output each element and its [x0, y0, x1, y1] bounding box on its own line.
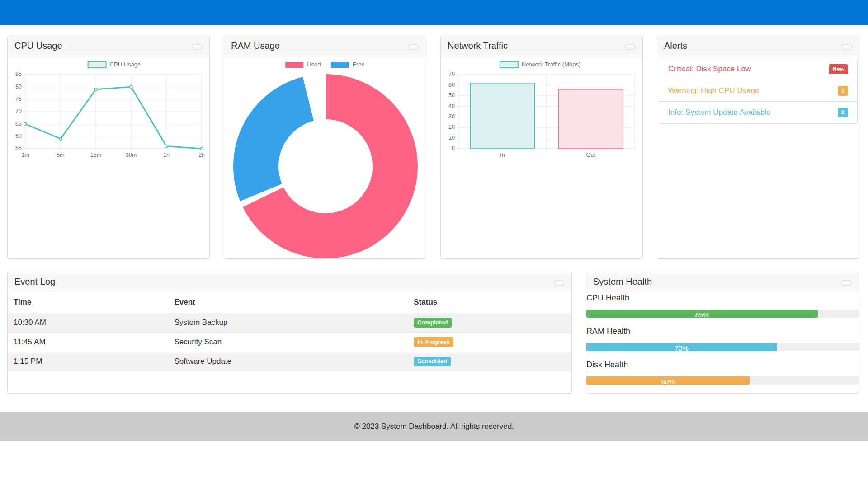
svg-text:60: 60 — [448, 82, 455, 88]
svg-text:30m: 30m — [126, 152, 137, 158]
alert-item-info: Info: System Update Available 3 — [659, 102, 857, 123]
progress-track: 85% — [586, 310, 859, 318]
svg-text:Network Traffic (Mbps): Network Traffic (Mbps) — [522, 61, 581, 68]
network-traffic-card: Network Traffic Network Traffic (Mbps)01… — [440, 36, 643, 259]
svg-text:1m: 1m — [21, 152, 29, 158]
alert-text: Info: System Update Available — [668, 108, 771, 117]
ram-usage-card-title: RAM Usage — [231, 41, 280, 51]
event-log-body: Time Event Status 10:30 AM System Backup… — [8, 292, 571, 371]
svg-text:5m: 5m — [57, 152, 64, 158]
ram-health-metric: RAM Health 70% — [586, 327, 859, 351]
svg-text:30: 30 — [448, 113, 455, 120]
svg-text:65: 65 — [15, 121, 22, 127]
alerts-list-body: Critical: Disk Space Low New Warning: Hi… — [657, 58, 859, 124]
ram-doughnut-chart-canvas: UsedFree — [224, 56, 426, 258]
progress-track: 70% — [586, 343, 859, 351]
event-log-card-title: Event Log — [14, 277, 55, 286]
svg-text:10: 10 — [448, 135, 455, 141]
progress-percent-label: 70% — [586, 344, 777, 352]
event-log-table: Time Event Status 10:30 AM System Backup… — [8, 292, 571, 371]
event-name: System Backup — [168, 313, 408, 332]
collapse-icon[interactable] — [841, 44, 852, 50]
alert-badge: 3 — [838, 108, 848, 117]
svg-text:75: 75 — [15, 96, 22, 102]
dashboard-main: CPU Usage CPU Usage556065707580851m5m15m… — [0, 25, 868, 394]
event-log-header-row: Time Event Status — [8, 292, 571, 313]
copyright-text: © 2023 System Dashboard. All rights rese… — [354, 422, 514, 431]
svg-text:Free: Free — [353, 61, 365, 68]
cpu-health-progress-bar: 85% — [586, 310, 818, 318]
svg-text:Used: Used — [307, 61, 321, 68]
bottom-row: Event Log Time Event Status 1 — [7, 272, 861, 394]
svg-text:50: 50 — [448, 92, 455, 99]
collapse-icon[interactable] — [408, 44, 419, 50]
event-time: 10:30 AM — [8, 313, 168, 332]
network-traffic-chart: Network Traffic (Mbps)010203040506070InO… — [441, 60, 642, 166]
alert-text: Warning: High CPU Usage — [668, 86, 760, 95]
svg-text:70: 70 — [15, 108, 22, 114]
network-bar-chart-canvas: Network Traffic (Mbps)010203040506070InO… — [445, 60, 638, 166]
event-time: 1:15 PM — [8, 352, 168, 371]
event-log-card: Event Log Time Event Status 1 — [7, 272, 572, 394]
collapse-icon[interactable] — [625, 44, 636, 50]
svg-text:85: 85 — [15, 71, 22, 77]
cpu-line-chart-canvas: CPU Usage556065707580851m5m15m30m1h2h — [12, 60, 205, 166]
svg-text:80: 80 — [15, 84, 22, 90]
alerts-card-header: Alerts — [657, 36, 859, 56]
event-name: Security Scan — [168, 332, 408, 352]
status-badge: In Progress — [414, 337, 453, 347]
table-row: 10:30 AM System Backup Completed — [8, 313, 571, 332]
column-header-event: Event — [168, 292, 408, 313]
event-name: Software Update — [168, 352, 408, 371]
status-badge: Scheduled — [414, 357, 451, 366]
svg-text:Out: Out — [586, 152, 595, 158]
system-health-card: System Health CPU Health 85% RAM Health — [586, 272, 859, 394]
event-time: 11:45 AM — [8, 332, 168, 352]
svg-text:70: 70 — [448, 71, 455, 77]
cpu-usage-card-header: CPU Usage — [8, 36, 209, 56]
progress-track: 60% — [586, 376, 859, 385]
collapse-icon[interactable] — [192, 44, 203, 50]
system-health-body: CPU Health 85% RAM Health 70% — [586, 292, 859, 385]
metric-label: Disk Health — [586, 360, 859, 370]
cpu-usage-card-title: CPU Usage — [14, 41, 62, 51]
network-traffic-card-title: Network Traffic — [448, 41, 508, 51]
ram-usage-card: RAM Usage UsedFree — [224, 36, 426, 259]
svg-text:2h: 2h — [198, 152, 205, 158]
alert-item-warning: Warning: High CPU Usage 2 — [659, 80, 857, 102]
svg-text:60: 60 — [15, 133, 22, 139]
collapse-icon[interactable] — [841, 280, 852, 286]
svg-text:15m: 15m — [90, 152, 101, 158]
svg-text:40: 40 — [448, 103, 455, 109]
alert-badge: 2 — [838, 86, 848, 96]
alerts-card: Alerts Critical: Disk Space Low New Warn… — [657, 36, 859, 259]
svg-text:0: 0 — [452, 145, 455, 151]
metric-label: CPU Health — [586, 293, 859, 303]
disk-health-metric: Disk Health 60% — [586, 360, 859, 385]
event-log-card-header: Event Log — [8, 272, 571, 292]
top-navbar — [0, 0, 868, 25]
network-traffic-card-header: Network Traffic — [441, 36, 642, 56]
alerts-card-title: Alerts — [664, 41, 687, 51]
column-header-status: Status — [408, 292, 571, 313]
alert-text: Critical: Disk Space Low — [668, 65, 751, 74]
ram-health-progress-bar: 70% — [586, 343, 777, 351]
metric-label: RAM Health — [586, 327, 859, 336]
ram-usage-card-header: RAM Usage — [224, 36, 426, 56]
svg-text:1h: 1h — [163, 152, 170, 158]
progress-percent-label: 85% — [586, 311, 818, 319]
charts-row: CPU Usage CPU Usage556065707580851m5m15m… — [7, 36, 861, 259]
svg-text:55: 55 — [15, 145, 22, 151]
svg-text:In: In — [500, 152, 505, 158]
column-header-time: Time — [8, 292, 168, 313]
collapse-icon[interactable] — [554, 280, 565, 286]
alert-badge: New — [829, 64, 848, 74]
table-row: 1:15 PM Software Update Scheduled — [8, 352, 571, 371]
cpu-health-metric: CPU Health 85% — [586, 293, 859, 318]
progress-percent-label: 60% — [586, 378, 750, 386]
ram-usage-chart: UsedFree — [224, 56, 426, 258]
system-health-card-header: System Health — [586, 272, 859, 292]
table-row: 11:45 AM Security Scan In Progress — [8, 332, 571, 352]
alert-item-critical: Critical: Disk Space Low New — [659, 58, 857, 80]
svg-text:20: 20 — [448, 124, 455, 130]
